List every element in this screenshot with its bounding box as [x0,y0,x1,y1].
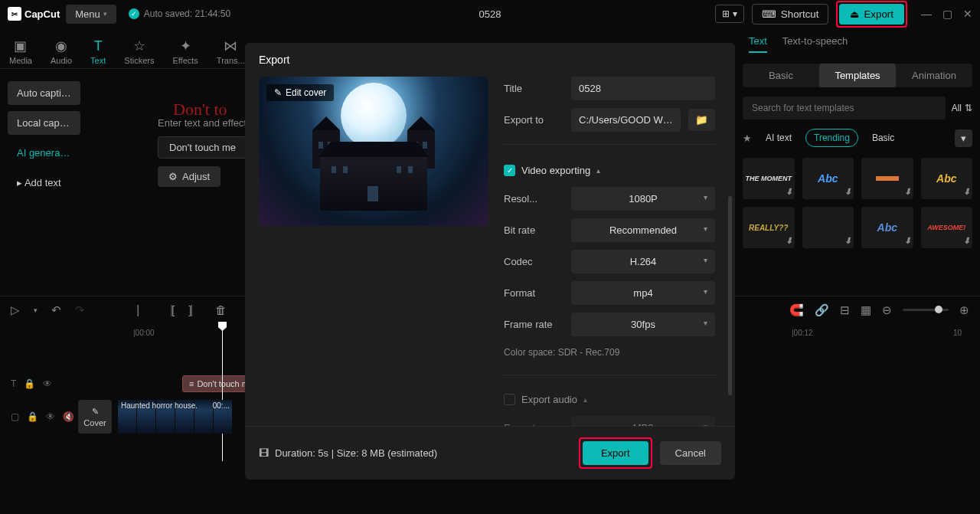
tab-text[interactable]: TText [81,35,115,68]
lock-icon[interactable]: 🔒 [27,411,38,422]
template-item[interactable]: Abc⬇ [921,158,973,199]
video-exporting-section[interactable]: ✓ Video exporting ▴ [504,165,715,176]
download-icon: ⬇ [904,187,911,197]
preview-tool[interactable]: ⊟ [840,303,850,317]
all-filter-button[interactable]: All ⇅ [952,103,972,113]
edit-cover-button[interactable]: ✎Edit cover [266,84,334,101]
template-item[interactable]: Abc⬇ [861,207,913,248]
template-item[interactable]: ⬇ [861,158,913,199]
resolution-select[interactable]: 1080P [571,187,715,211]
shortcut-button[interactable]: ⌨ Shortcut [752,4,829,25]
export-info: 🎞 Duration: 5s | Size: 8 MB (estimated) [259,447,437,459]
select-tool[interactable]: ▷ [11,303,20,317]
mute-icon[interactable]: 🔇 [63,411,74,422]
template-item[interactable]: ⬇ [802,207,854,248]
text-icon: T [94,38,103,54]
subtab-templates[interactable]: Templates [819,64,896,87]
export-highlight: ⏏ Export [836,1,907,28]
undo-button[interactable]: ↶ [51,303,61,317]
right-tab-text[interactable]: Text [749,35,767,53]
download-icon: ⬇ [904,236,911,246]
filter-ai-text[interactable]: AI text [758,129,799,146]
split-right-tool[interactable]: ]⎸ [188,303,201,317]
adjust-button[interactable]: ⚙Adjust [158,166,220,187]
link-tool[interactable]: 🔗 [815,303,829,317]
tool-dropdown[interactable]: ▾ [34,306,38,314]
auto-captions-button[interactable]: Auto captio... [8,81,80,105]
audio-export-checkbox[interactable] [504,394,515,405]
zoom-in-button[interactable]: ⊕ [959,303,969,317]
eye-icon[interactable]: 👁 [43,378,52,389]
template-item[interactable]: REALLY??⬇ [743,207,795,248]
right-tab-tts[interactable]: Text-to-speech [782,35,848,53]
subtab-basic[interactable]: Basic [743,64,819,87]
tab-effects[interactable]: ✦Effects [163,34,207,68]
maximize-button[interactable]: ▢ [942,8,952,20]
prompt-tag-1[interactable]: Don't touch me [158,136,247,159]
filter-icon: ⇅ [965,103,972,113]
cover-button[interactable]: ✎Cover [78,400,112,434]
template-item[interactable]: AWESOME!⬇ [921,207,973,248]
tab-stickers[interactable]: ☆Stickers [115,34,163,68]
title-input[interactable] [571,77,715,100]
magnet-tool[interactable]: 🧲 [789,303,804,317]
template-search-input[interactable] [743,97,946,119]
export-icon: ⏏ [850,8,859,20]
tab-media[interactable]: ▣Media [0,34,41,68]
bitrate-label: Bit rate [504,224,564,236]
export-button-top[interactable]: ⏏ Export [839,4,904,25]
filter-basic[interactable]: Basic [864,129,902,146]
lock-icon[interactable]: 🔒 [24,378,35,389]
colorspace-info: Color space: SDR - Rec.709 [504,347,715,358]
delete-tool[interactable]: 🗑 [215,303,227,316]
filter-trending[interactable]: Trending [805,129,858,147]
eye-icon[interactable]: 👁 [46,411,55,422]
keyboard-icon: ⌨ [762,8,776,20]
film-icon: 🎞 [259,447,269,459]
zoom-out-button[interactable]: ⊖ [882,303,892,317]
browse-folder-button[interactable]: 📁 [688,109,715,131]
app-name: CapCut [24,8,60,20]
local-captions-button[interactable]: Local capti... [8,111,80,135]
track-tool[interactable]: ▦ [861,303,871,317]
codec-select[interactable]: H.264 [571,250,715,273]
tab-audio[interactable]: ◉Audio [41,34,81,68]
format-select[interactable]: mp4 [571,281,715,305]
bitrate-select[interactable]: Recommended [571,218,715,242]
split-tool[interactable]: ⎹⎸ [128,303,148,317]
template-item[interactable]: Abc⬇ [802,158,854,199]
more-filters-button[interactable]: ▾ [955,129,972,147]
redo-button[interactable]: ↷ [75,303,85,317]
logo-icon: ✂ [8,7,21,21]
modal-scrollbar[interactable] [728,196,732,395]
download-icon: ⬇ [963,187,970,197]
zoom-slider[interactable] [903,309,949,311]
chevron-down-icon: ▾ [103,10,107,18]
audio-export-section[interactable]: Export audio ▴ [504,394,715,405]
favorites-icon[interactable]: ★ [743,133,752,144]
pencil-icon: ✎ [274,87,282,98]
cancel-button[interactable]: Cancel [660,441,721,465]
close-button[interactable]: ✕ [963,8,972,20]
exportto-label: Export to [504,114,564,126]
audio-format-select: MP3 [571,416,715,426]
cover-preview: ✎Edit cover [259,77,488,226]
template-item[interactable]: THE MOMENT⬇ [743,158,795,199]
add-text-button[interactable]: ▸ Add text [8,171,80,195]
right-panel: Text Text-to-speech Basic Templates Anim… [735,28,980,296]
menu-button[interactable]: Menu▾ [66,5,116,24]
video-export-checkbox[interactable]: ✓ [504,165,515,176]
ai-generated-button[interactable]: AI generated [8,141,80,165]
aspect-ratio-button[interactable]: ⊞ ▾ [715,5,743,23]
audio-format-label: Format [504,422,564,426]
collapse-icon: ▴ [583,395,587,404]
modal-title: Export [245,43,735,77]
minimize-button[interactable]: — [921,8,932,20]
framerate-select[interactable]: 30fps [571,313,715,336]
export-confirm-button[interactable]: Export [583,441,648,465]
split-left-tool[interactable]: ⎹[ [162,303,175,317]
subtab-animation[interactable]: Animation [896,64,972,87]
text-track-icon: T [11,378,16,389]
playhead[interactable] [222,323,223,461]
video-clip[interactable]: Haunted horror house. 00:... [118,400,233,434]
